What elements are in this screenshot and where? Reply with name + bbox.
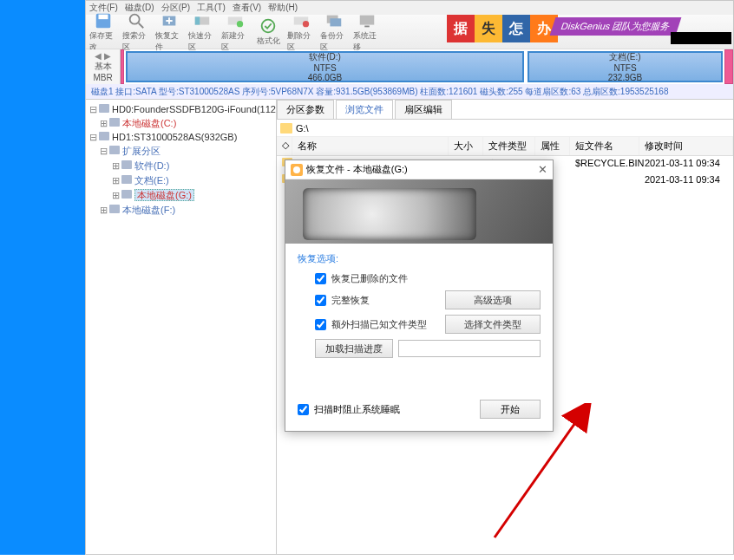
svg-point-16 [293, 166, 300, 173]
tb-recover[interactable]: 恢复文件 [155, 11, 183, 53]
svg-rect-15 [364, 25, 370, 27]
tab-browse[interactable]: 浏览文件 [336, 100, 393, 119]
start-button[interactable]: 开始 [480, 400, 541, 419]
chk-recover-deleted[interactable] [315, 273, 326, 284]
svg-rect-6 [195, 16, 200, 24]
svg-point-9 [262, 20, 275, 33]
partition-end [724, 49, 733, 84]
path-text: G:\ [296, 123, 309, 133]
tb-delete[interactable]: 删除分区 [287, 11, 315, 53]
volume-icon [121, 160, 132, 169]
progress-path-input[interactable] [398, 340, 541, 357]
tb-backup[interactable]: 备份分区 [320, 11, 348, 53]
tree-ext[interactable]: 扩展分区 [122, 146, 161, 156]
svg-rect-1 [99, 14, 108, 19]
tab-params[interactable]: 分区参数 [277, 100, 334, 119]
chk-extra-scan[interactable] [315, 319, 326, 330]
tree-pane[interactable]: ⊟HD0:FounderSSDFB120G-iFound(112G ⊞本地磁盘(… [86, 100, 277, 554]
tb-sys[interactable]: 系统迁移 [353, 11, 381, 53]
chk-recover-deleted-label: 恢复已删除的文件 [331, 272, 408, 285]
svg-point-8 [237, 21, 243, 27]
disk-icon [99, 104, 109, 113]
volume-icon [121, 190, 132, 199]
svg-point-11 [303, 21, 309, 27]
partition-gap [121, 49, 124, 84]
select-type-button[interactable]: 选择文件类型 [445, 315, 541, 334]
banner-flag: DiskGenius 团队为您服务 [553, 17, 678, 48]
load-progress-button[interactable]: 加载扫描进度 [315, 339, 393, 358]
svg-rect-13 [330, 18, 341, 26]
file-header: ◇ 名称 大小 文件类型 属性 短文件名 修改时间 [277, 137, 733, 156]
banner-char-2: 失 [475, 15, 502, 42]
tab-sector[interactable]: 扇区编辑 [395, 100, 452, 119]
col-time[interactable]: 修改时间 [639, 137, 733, 155]
svg-line-3 [139, 23, 144, 28]
tb-format[interactable]: 格式化 [254, 16, 282, 47]
col-type[interactable]: 文件类型 [483, 137, 535, 155]
disk-icon [99, 132, 109, 140]
tb-quick[interactable]: 快速分区 [188, 11, 216, 53]
disk-info-line: 磁盘1 接口:SATA 型号:ST31000528AS 序列号:5VP68N7X… [86, 84, 733, 100]
disk-basic-cell[interactable]: ◀ ▶ 基本 MBR [86, 49, 121, 84]
basic-label: 基本 [95, 61, 112, 73]
chk-full-recover-label: 完整恢复 [331, 294, 370, 307]
tree-hd1[interactable]: HD1:ST31000528AS(932GB) [112, 132, 237, 142]
dialog-image [285, 179, 553, 244]
hdd-illustration [303, 188, 476, 240]
tree-d[interactable]: 软件(D:) [134, 160, 169, 171]
nav-arrows-icon[interactable]: ◀ ▶ [95, 51, 111, 61]
options-label: 恢复选项: [298, 252, 541, 265]
part-e-title: 文档(E:) [609, 51, 640, 63]
col-name[interactable]: 名称 [292, 137, 449, 155]
path-bar[interactable]: G:\ [277, 120, 733, 137]
part-d-fs: NTFS [313, 63, 336, 73]
toolbar: 保存更改 搜索分区 恢复文件 快速分区 新建分区 格式化 删除分区 备份分区 系… [86, 15, 733, 49]
taskbar [0, 555, 734, 560]
dialog-title-text: 恢复文件 - 本地磁盘(G:) [306, 163, 408, 176]
banner-redact [671, 32, 731, 44]
dialog-titlebar[interactable]: 恢复文件 - 本地磁盘(G:) ✕ [285, 160, 553, 179]
tree-hd0[interactable]: HD0:FounderSSDFB120G-iFound(112G [112, 104, 277, 114]
svg-point-2 [130, 14, 140, 23]
part-e-size: 232.9GB [608, 73, 642, 82]
file-time: 2021-03-11 09:34 [639, 156, 733, 173]
advanced-options-button[interactable]: 高级选项 [445, 290, 541, 309]
col-short[interactable]: 短文件名 [570, 137, 639, 155]
col-size[interactable]: 大小 [449, 137, 483, 155]
partition-map: ◀ ▶ 基本 MBR 软件(D:) NTFS 466.0GB 文档(E:) NT… [86, 49, 733, 84]
tree-g[interactable]: 本地磁盘(G:) [134, 189, 194, 201]
file-time: 2021-03-11 09:34 [639, 173, 733, 189]
banner-char-1: 据 [447, 15, 475, 42]
svg-rect-14 [360, 15, 375, 24]
part-d-title: 软件(D:) [309, 51, 341, 63]
col-attr[interactable]: 属性 [535, 137, 570, 155]
part-e-fs: NTFS [613, 63, 636, 73]
tb-new[interactable]: 新建分区 [221, 11, 249, 53]
partition-e[interactable]: 文档(E:) NTFS 232.9GB [528, 51, 723, 82]
tb-search[interactable]: 搜索分区 [122, 11, 150, 53]
folder-icon [280, 123, 292, 133]
col-check[interactable]: ◇ [277, 137, 292, 155]
tree-c[interactable]: 本地磁盘(C:) [122, 118, 176, 128]
mbr-label: MBR [93, 73, 112, 82]
chk-prevent-sleep[interactable] [298, 404, 309, 415]
tb-save[interactable]: 保存更改 [89, 11, 117, 53]
chk-full-recover[interactable] [315, 295, 326, 306]
volume-icon [121, 175, 132, 184]
part-d-size: 466.0GB [308, 73, 342, 82]
dialog-body: 恢复选项: 恢复已删除的文件 完整恢复 高级选项 额外扫描已知文件类型 选择文件… [285, 244, 553, 372]
app-icon [291, 164, 303, 176]
banner-char-3: 怎 [502, 15, 530, 42]
volume-icon [109, 146, 120, 154]
close-icon[interactable]: ✕ [538, 163, 547, 176]
tree-f[interactable]: 本地磁盘(F:) [122, 205, 175, 215]
chk-extra-scan-label: 额外扫描已知文件类型 [331, 318, 427, 331]
tabs: 分区参数 浏览文件 扇区编辑 [277, 100, 733, 120]
recover-dialog: 恢复文件 - 本地磁盘(G:) ✕ 恢复选项: 恢复已删除的文件 完整恢复 高级… [285, 160, 554, 432]
banner: 据 失 怎 办 DiskGenius 团队为您服务 [447, 15, 733, 45]
tree-e[interactable]: 文档(E:) [134, 175, 169, 186]
chk-prevent-sleep-label: 扫描时阻止系统睡眠 [314, 403, 400, 416]
partition-d[interactable]: 软件(D:) NTFS 466.0GB [126, 51, 524, 82]
file-short: $RECYCLE.BIN [570, 156, 639, 173]
volume-icon [109, 118, 120, 127]
